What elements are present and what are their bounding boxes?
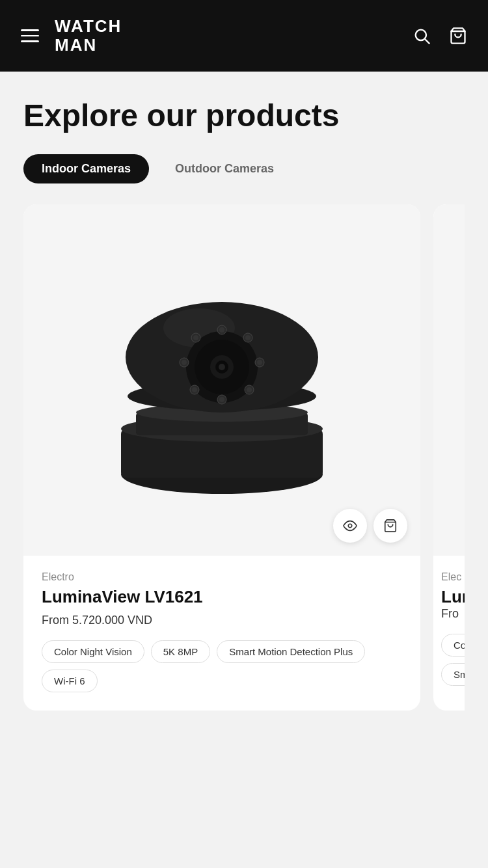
product-card-main: Electro LuminaView LV1621 From 5.720.000… [23, 204, 420, 711]
partial-product-image [433, 204, 465, 556]
product-tags: Color Night Vision 5K 8MP Smart Motion D… [42, 640, 402, 692]
svg-line-1 [425, 39, 429, 43]
search-button[interactable] [413, 27, 431, 45]
tag-smart-motion: Smart Motion Detection Plus [217, 640, 365, 663]
tag-wifi6: Wi-Fi 6 [42, 670, 98, 692]
partial-name: Lum [441, 587, 465, 607]
product-name: LuminaView LV1621 [42, 587, 402, 607]
svg-point-32 [348, 524, 352, 528]
svg-point-25 [219, 397, 224, 402]
tab-outdoor-cameras[interactable]: Outdoor Cameras [157, 154, 292, 183]
tab-indoor-cameras[interactable]: Indoor Cameras [23, 154, 149, 183]
page-title: Explore our products [23, 98, 465, 133]
brand-logo: WATCH MAN [55, 17, 122, 54]
product-card-partial: Elec Lum Fro Co Sm [433, 204, 465, 711]
product-brand: Electro [42, 571, 402, 583]
eye-icon [343, 519, 357, 533]
partial-tag-2: Sm [441, 663, 465, 686]
cart-icon [449, 27, 467, 45]
search-icon [413, 27, 431, 45]
hamburger-icon [21, 29, 39, 42]
cart-button[interactable] [449, 27, 467, 45]
svg-point-15 [219, 364, 225, 370]
svg-point-17 [219, 327, 224, 332]
svg-point-23 [247, 387, 252, 392]
header-right [413, 27, 467, 45]
product-price: From 5.720.000 VND [42, 614, 402, 627]
category-tabs: Indoor Cameras Outdoor Cameras [23, 154, 465, 183]
quick-view-button[interactable] [333, 509, 367, 543]
svg-point-21 [257, 360, 262, 365]
svg-point-27 [192, 387, 197, 392]
page-content: Explore our products Indoor Cameras Outd… [0, 72, 488, 711]
product-info: Electro LuminaView LV1621 From 5.720.000… [23, 556, 420, 711]
header-left: WATCH MAN [21, 17, 122, 54]
svg-point-19 [245, 335, 251, 340]
products-row: Electro LuminaView LV1621 From 5.720.000… [23, 204, 465, 711]
header: WATCH MAN [0, 0, 488, 72]
add-to-cart-button[interactable] [373, 509, 407, 543]
partial-price: Fro [441, 607, 465, 621]
card-actions [333, 509, 407, 543]
partial-tag-1: Co [441, 634, 465, 657]
tag-5k-8mp: 5K 8MP [151, 640, 210, 663]
tag-color-night-vision: Color Night Vision [42, 640, 144, 663]
menu-button[interactable] [21, 29, 39, 42]
product-image [98, 240, 346, 520]
partial-product-info: Elec Lum Fro Co Sm [433, 556, 465, 711]
bag-icon [383, 519, 398, 533]
product-image-area [23, 204, 420, 556]
partial-brand: Elec [441, 571, 465, 583]
svg-point-31 [193, 335, 198, 340]
svg-point-29 [182, 360, 187, 365]
